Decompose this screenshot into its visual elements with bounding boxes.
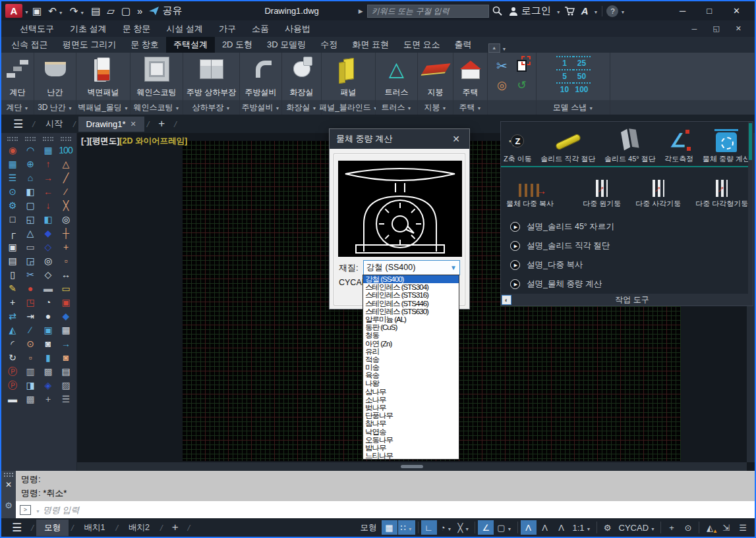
dialog-titlebar[interactable]: 물체 중량 계산 ✕ <box>330 129 469 149</box>
left-toolbar-icon[interactable]: + <box>41 392 55 406</box>
dropdown-option[interactable]: 삼나무 <box>363 388 459 396</box>
tool-angle-measure[interactable]: ∠ 각도측정 <box>664 130 693 166</box>
customization-menu-icon[interactable]: ☰ <box>735 520 751 535</box>
combobox-caret-icon[interactable]: ▼ <box>450 264 457 271</box>
new-tab-button[interactable]: + <box>152 117 171 130</box>
left-toolbar-icon[interactable]: ▦ <box>5 157 20 171</box>
new-file-button[interactable]: ▢ <box>118 3 134 20</box>
ribbon-tab[interactable]: 수정 <box>313 37 345 53</box>
snap-value[interactable]: 1 <box>556 56 573 69</box>
tool-object-multi-copy[interactable]: → 물체 다중 복사 <box>506 184 554 211</box>
left-toolbar-icon[interactable]: □ <box>5 213 20 227</box>
dropdown-option[interactable]: 느티나무 <box>363 452 459 460</box>
annotation-scale-value[interactable]: 1:1 <box>570 520 594 535</box>
left-toolbar-icon[interactable]: ▬ <box>5 392 20 406</box>
viewport-view-control[interactable]: [평면도] <box>90 136 120 146</box>
dropdown-option[interactable]: 적송 <box>363 356 459 363</box>
tool-multi-polygon-column[interactable]: → 다중 다각형기둥 <box>695 180 748 211</box>
dropdown-option[interactable]: 밤나무 <box>363 444 459 452</box>
left-toolbar-icon[interactable]: + <box>5 296 20 309</box>
toolbar-grip[interactable] <box>43 137 53 141</box>
tool-solid-right-angle-cut[interactable]: 솔리드 직각 절단 <box>540 138 595 166</box>
ribbon-group-toilet[interactable]: 화장실 <box>282 100 321 115</box>
ribbon-button-kitchen-cabinet[interactable]: 주방 상하부장 <box>183 53 239 100</box>
left-toolbar-icon[interactable]: ◜ <box>5 337 20 351</box>
osnap-tracking-icon[interactable]: ∠ <box>478 520 494 535</box>
left-toolbar-icon[interactable]: △ <box>59 157 73 171</box>
left-toolbar-icon[interactable]: ▬ <box>41 282 55 296</box>
left-toolbar-icon[interactable]: ◆ <box>41 227 55 240</box>
dropdown-option[interactable]: 스테인레스 (STS304) <box>363 283 459 291</box>
left-toolbar-icon[interactable]: 100 <box>59 144 73 157</box>
left-toolbar-icon[interactable]: ◎ <box>41 254 55 268</box>
doc-tabs-menu-icon[interactable]: ☰ <box>7 117 30 131</box>
palette-help-item[interactable]: ▶ 설명_솔리드 직각 절단 <box>501 236 610 256</box>
menu-item[interactable]: 사용법 <box>277 20 318 37</box>
left-toolbar-icon[interactable]: ▣ <box>59 296 73 309</box>
left-toolbar-icon[interactable]: ◉ <box>5 144 20 157</box>
menu-item[interactable]: 문 창문 <box>115 20 159 37</box>
left-toolbar-icon[interactable]: Ⓟ <box>5 365 20 379</box>
left-toolbar-icon[interactable]: ⇥ <box>23 309 38 323</box>
panel-collapse-caret-icon[interactable] <box>500 43 507 53</box>
tab-close-icon[interactable]: ✕ <box>130 120 136 128</box>
palette-title-bar[interactable]: ◐ 작업 도구 <box>501 294 753 306</box>
annotation-visibility-icon[interactable]: Λ <box>521 520 537 535</box>
dialog-close-icon[interactable]: ✕ <box>450 132 463 146</box>
workspace-switcher[interactable]: CYCAD <box>616 520 658 535</box>
tool-multi-cylinder[interactable]: → 다중 원기둥 <box>583 180 621 211</box>
left-toolbar-icon[interactable]: ▣ <box>41 323 55 337</box>
dropdown-option[interactable]: 벚나무 <box>363 404 459 412</box>
left-toolbar-icon[interactable]: ┌ <box>5 227 20 240</box>
left-toolbar-icon[interactable]: ◧ <box>41 213 55 227</box>
workspace-gear-icon[interactable]: ⚙ <box>600 520 616 535</box>
snap-value[interactable]: 25 <box>573 56 591 69</box>
dropdown-option[interactable]: 참나무 <box>363 419 459 427</box>
snap-value[interactable]: 100 <box>573 82 591 95</box>
more-tools-chevrons[interactable]: » <box>134 3 146 20</box>
left-toolbar-icon[interactable]: ◆ <box>59 309 73 323</box>
dropdown-option[interactable]: 미송 <box>363 363 459 371</box>
left-toolbar-icon[interactable]: ▯ <box>5 268 20 282</box>
palette-help-item[interactable]: ▶ 설명_물체 중량 계산 <box>501 275 602 294</box>
left-toolbar-icon[interactable]: ◳ <box>23 296 38 309</box>
left-toolbar-icon[interactable]: ⚙ <box>5 199 20 213</box>
left-toolbar-icon[interactable]: ∕ <box>59 185 73 199</box>
isometric-drafting-icon[interactable]: ╳ <box>455 520 473 535</box>
login-button[interactable]: 로그인 <box>506 3 554 20</box>
dropdown-option[interactable]: 스테인레스 (STS316) <box>363 291 459 299</box>
tool-solid-45-cut[interactable]: 솔리드 45° 절단 <box>604 130 656 166</box>
wrench-icon[interactable]: ⚙ <box>5 500 13 510</box>
ortho-mode-icon[interactable]: ∟ <box>421 520 437 535</box>
grid-display-icon[interactable]: ▦ <box>382 520 397 535</box>
left-toolbar-icon[interactable]: ● <box>23 282 38 296</box>
ribbon-group-kitchen-fixture[interactable]: 주방설비 <box>240 100 281 115</box>
ribbon-button-stairs[interactable]: 계단 <box>1 53 34 100</box>
redo-button[interactable]: ↷ <box>67 3 88 20</box>
left-toolbar-icon[interactable]: ◎ <box>59 213 73 227</box>
ribbon-group-house[interactable]: 주택 <box>453 100 487 115</box>
left-toolbar-icon[interactable]: ⊙ <box>23 337 38 351</box>
dropdown-option[interactable]: 오동나무 <box>363 436 459 444</box>
left-toolbar-icon[interactable]: ↔ <box>59 268 73 282</box>
palette-autohide-icon[interactable]: ◐ <box>502 295 511 305</box>
left-toolbar-icon[interactable]: ▮ <box>41 351 55 365</box>
help-caret-icon[interactable] <box>618 6 625 16</box>
left-toolbar-icon[interactable]: ▨ <box>59 379 73 392</box>
status-menu-icon[interactable]: ☰ <box>5 521 28 535</box>
copy-selection-icon[interactable] <box>517 60 527 72</box>
menu-item[interactable]: 소품 <box>244 20 277 37</box>
left-toolbar-icon[interactable]: ◧ <box>23 185 38 199</box>
palette-help-item[interactable]: ▶ 설명_솔리드 45° 자르기 <box>501 217 614 236</box>
left-toolbar-icon[interactable]: ∕ <box>23 323 38 337</box>
menu-item[interactable]: 시설 설계 <box>158 20 211 37</box>
snap-value[interactable]: 5 <box>556 69 573 82</box>
layout-tab-model[interactable]: 모형 <box>36 520 69 536</box>
ribbon-group-railing[interactable]: 3D 난간 <box>34 100 76 115</box>
ribbon-tab[interactable]: 3D 모델링 <box>260 37 313 53</box>
ribbon-button-kitchen-fixture[interactable]: 주방설비 <box>240 53 281 100</box>
left-toolbar-icon[interactable]: ▣ <box>5 240 20 254</box>
ribbon-group-truss[interactable]: 트러스 <box>376 100 417 115</box>
undo-caret-icon[interactable] <box>57 5 63 16</box>
left-toolbar-icon[interactable]: ▩ <box>41 365 55 379</box>
